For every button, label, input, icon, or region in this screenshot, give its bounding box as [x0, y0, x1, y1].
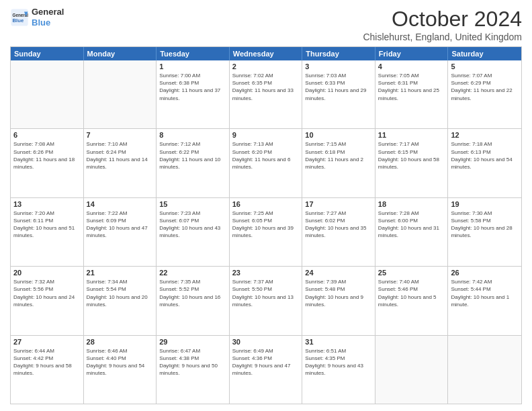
svg-text:Blue: Blue	[13, 17, 24, 24]
day-info: Sunrise: 7:10 AMSunset: 6:24 PMDaylight:…	[87, 140, 154, 171]
day-number: 27	[13, 338, 81, 346]
calendar-cell	[448, 336, 521, 404]
calendar-cell: 21Sunrise: 7:34 AMSunset: 5:54 PMDayligh…	[84, 267, 157, 334]
calendar-cell: 5Sunrise: 7:07 AMSunset: 6:29 PMDaylight…	[448, 60, 521, 128]
day-number: 14	[87, 200, 154, 208]
day-number: 4	[378, 62, 445, 71]
calendar-cell: 28Sunrise: 6:46 AMSunset: 4:40 PMDayligh…	[84, 336, 157, 404]
day-number: 15	[159, 200, 226, 208]
calendar-header: SundayMondayTuesdayWednesdayThursdayFrid…	[11, 47, 521, 60]
day-number: 3	[305, 62, 372, 71]
day-info: Sunrise: 7:35 AMSunset: 5:52 PMDaylight:…	[159, 278, 226, 308]
calendar-cell: 14Sunrise: 7:22 AMSunset: 6:09 PMDayligh…	[84, 198, 157, 266]
day-number: 22	[159, 269, 226, 277]
day-number: 20	[13, 269, 81, 277]
calendar-cell: 15Sunrise: 7:23 AMSunset: 6:07 PMDayligh…	[157, 198, 230, 266]
day-info: Sunrise: 7:05 AMSunset: 6:31 PMDaylight:…	[378, 72, 445, 102]
calendar-cell: 16Sunrise: 7:25 AMSunset: 6:05 PMDayligh…	[230, 198, 303, 266]
day-number: 24	[305, 269, 372, 277]
day-info: Sunrise: 6:44 AMSunset: 4:42 PMDaylight:…	[13, 347, 81, 377]
day-number: 7	[87, 131, 154, 139]
week-row-2: 6Sunrise: 7:08 AMSunset: 6:26 PMDaylight…	[11, 128, 521, 197]
calendar-cell: 8Sunrise: 7:12 AMSunset: 6:22 PMDaylight…	[157, 129, 230, 197]
day-number: 5	[451, 62, 519, 71]
day-number: 16	[232, 200, 300, 208]
day-number: 9	[232, 131, 300, 139]
calendar-cell: 17Sunrise: 7:27 AMSunset: 6:02 PMDayligh…	[302, 198, 375, 266]
day-info: Sunrise: 6:47 AMSunset: 4:38 PMDaylight:…	[159, 347, 226, 377]
day-number: 21	[87, 269, 154, 277]
page-header: General Blue General Blue October 2024 C…	[10, 7, 522, 42]
calendar-cell: 23Sunrise: 7:37 AMSunset: 5:50 PMDayligh…	[230, 267, 303, 334]
calendar-cell: 6Sunrise: 7:08 AMSunset: 6:26 PMDaylight…	[11, 129, 84, 197]
day-info: Sunrise: 7:15 AMSunset: 6:18 PMDaylight:…	[305, 140, 372, 171]
day-info: Sunrise: 7:34 AMSunset: 5:54 PMDaylight:…	[87, 278, 154, 308]
month-title: October 2024	[363, 7, 522, 32]
calendar-cell: 1Sunrise: 7:00 AMSunset: 6:38 PMDaylight…	[157, 60, 230, 128]
week-row-3: 13Sunrise: 7:20 AMSunset: 6:11 PMDayligh…	[11, 197, 521, 266]
day-number: 13	[13, 200, 81, 208]
day-number: 30	[232, 338, 300, 346]
calendar-cell: 7Sunrise: 7:10 AMSunset: 6:24 PMDaylight…	[84, 129, 157, 197]
calendar: SundayMondayTuesdayWednesdayThursdayFrid…	[10, 46, 522, 404]
header-day-friday: Friday	[375, 47, 449, 60]
week-row-5: 27Sunrise: 6:44 AMSunset: 4:42 PMDayligh…	[11, 335, 521, 404]
header-day-sunday: Sunday	[11, 47, 84, 60]
calendar-cell: 11Sunrise: 7:17 AMSunset: 6:15 PMDayligh…	[375, 129, 449, 197]
calendar-cell: 31Sunrise: 6:51 AMSunset: 4:35 PMDayligh…	[302, 336, 375, 404]
day-number: 17	[305, 200, 372, 208]
day-info: Sunrise: 6:46 AMSunset: 4:40 PMDaylight:…	[87, 347, 154, 377]
calendar-cell: 12Sunrise: 7:18 AMSunset: 6:13 PMDayligh…	[448, 129, 521, 197]
location: Chislehurst, England, United Kingdom	[363, 32, 522, 42]
calendar-cell: 24Sunrise: 7:39 AMSunset: 5:48 PMDayligh…	[302, 267, 375, 334]
calendar-cell: 19Sunrise: 7:30 AMSunset: 5:58 PMDayligh…	[448, 198, 521, 266]
calendar-body: 1Sunrise: 7:00 AMSunset: 6:38 PMDaylight…	[11, 60, 521, 404]
calendar-cell: 4Sunrise: 7:05 AMSunset: 6:31 PMDaylight…	[375, 60, 449, 128]
calendar-cell: 30Sunrise: 6:49 AMSunset: 4:36 PMDayligh…	[230, 336, 303, 404]
title-block: October 2024 Chislehurst, England, Unite…	[363, 7, 522, 42]
header-day-monday: Monday	[84, 47, 157, 60]
day-info: Sunrise: 6:51 AMSunset: 4:35 PMDaylight:…	[305, 347, 372, 377]
day-info: Sunrise: 7:12 AMSunset: 6:22 PMDaylight:…	[159, 140, 226, 171]
day-info: Sunrise: 7:18 AMSunset: 6:13 PMDaylight:…	[451, 140, 519, 171]
day-info: Sunrise: 7:22 AMSunset: 6:09 PMDaylight:…	[87, 210, 154, 240]
day-info: Sunrise: 7:39 AMSunset: 5:48 PMDaylight:…	[305, 278, 372, 308]
header-day-saturday: Saturday	[448, 47, 521, 60]
calendar-cell: 3Sunrise: 7:03 AMSunset: 6:33 PMDaylight…	[302, 60, 375, 128]
day-number: 31	[305, 338, 372, 346]
calendar-cell	[375, 336, 449, 404]
calendar-cell: 26Sunrise: 7:42 AMSunset: 5:44 PMDayligh…	[448, 267, 521, 334]
day-number: 12	[451, 131, 519, 139]
calendar-cell: 29Sunrise: 6:47 AMSunset: 4:38 PMDayligh…	[157, 336, 230, 404]
logo-icon: General Blue	[10, 8, 29, 27]
logo-line2: Blue	[32, 17, 64, 28]
week-row-4: 20Sunrise: 7:32 AMSunset: 5:56 PMDayligh…	[11, 266, 521, 334]
day-info: Sunrise: 7:37 AMSunset: 5:50 PMDaylight:…	[232, 278, 300, 308]
calendar-cell: 13Sunrise: 7:20 AMSunset: 6:11 PMDayligh…	[11, 198, 84, 266]
day-info: Sunrise: 7:03 AMSunset: 6:33 PMDaylight:…	[305, 72, 372, 102]
day-info: Sunrise: 7:00 AMSunset: 6:38 PMDaylight:…	[159, 72, 226, 102]
day-number: 23	[232, 269, 300, 277]
day-number: 1	[159, 62, 226, 71]
calendar-cell: 20Sunrise: 7:32 AMSunset: 5:56 PMDayligh…	[11, 267, 84, 334]
day-number: 11	[378, 131, 445, 139]
day-number: 6	[13, 131, 81, 139]
day-info: Sunrise: 7:42 AMSunset: 5:44 PMDaylight:…	[451, 278, 519, 308]
day-info: Sunrise: 7:25 AMSunset: 6:05 PMDaylight:…	[232, 210, 300, 240]
week-row-1: 1Sunrise: 7:00 AMSunset: 6:38 PMDaylight…	[11, 60, 521, 128]
day-info: Sunrise: 7:28 AMSunset: 6:00 PMDaylight:…	[378, 210, 445, 240]
header-day-thursday: Thursday	[302, 47, 375, 60]
day-number: 10	[305, 131, 372, 139]
day-info: Sunrise: 7:08 AMSunset: 6:26 PMDaylight:…	[13, 140, 81, 171]
day-number: 26	[451, 269, 519, 277]
day-info: Sunrise: 7:23 AMSunset: 6:07 PMDaylight:…	[159, 210, 226, 240]
day-number: 18	[378, 200, 445, 208]
logo-line1: General	[32, 7, 64, 17]
calendar-cell	[11, 60, 84, 128]
day-number: 29	[159, 338, 226, 346]
day-info: Sunrise: 7:17 AMSunset: 6:15 PMDaylight:…	[378, 140, 445, 171]
day-number: 2	[232, 62, 300, 71]
day-number: 8	[159, 131, 226, 139]
calendar-cell: 22Sunrise: 7:35 AMSunset: 5:52 PMDayligh…	[157, 267, 230, 334]
calendar-cell: 18Sunrise: 7:28 AMSunset: 6:00 PMDayligh…	[375, 198, 449, 266]
